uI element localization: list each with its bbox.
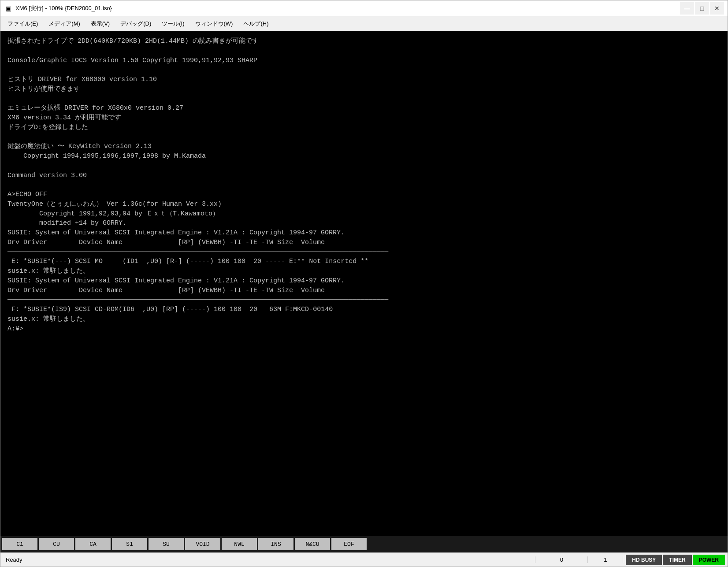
app-icon: ▣	[4, 4, 13, 13]
fn-eof-button[interactable]: EOF	[331, 538, 367, 550]
fn-ins-button[interactable]: INS	[258, 538, 293, 550]
menu-file[interactable]: ファイル(E)	[2, 18, 43, 30]
fn-su-button[interactable]: SU	[149, 538, 184, 550]
window-title: XM6 [実行] - 100% {DEN2000_01.iso}	[15, 4, 680, 12]
status-indicators: HD BUSY TIMER POWER	[623, 555, 728, 565]
function-bar: C1 CU CA S1 SU VOID NWL INS N&CU EOF	[0, 536, 728, 552]
close-button[interactable]: ✕	[710, 2, 724, 15]
minimize-button[interactable]: —	[680, 2, 694, 15]
fn-nwl-button[interactable]: NWL	[222, 538, 257, 550]
hd-busy-indicator: HD BUSY	[626, 555, 662, 565]
menu-window[interactable]: ウィンドウ(W)	[190, 18, 238, 30]
menu-debug[interactable]: デバッグ(D)	[115, 18, 156, 30]
menu-view[interactable]: 表示(V)	[85, 18, 115, 30]
menu-tools[interactable]: ツール(I)	[156, 18, 189, 30]
fn-c1-button[interactable]: C1	[2, 538, 37, 550]
fn-void-button[interactable]: VOID	[185, 538, 220, 550]
status-bar: Ready 0 1 HD BUSY TIMER POWER	[0, 552, 728, 567]
terminal-output[interactable]: 拡張されたドライブで 2DD(640KB/720KB) 2HD(1.44MB) …	[0, 31, 728, 536]
title-bar: ▣ XM6 [実行] - 100% {DEN2000_01.iso} — □ ✕	[0, 0, 728, 16]
status-mid1: 0	[535, 556, 588, 563]
title-bar-buttons: — □ ✕	[680, 2, 724, 15]
menu-media[interactable]: メディア(M)	[43, 18, 85, 30]
fn-ncu-button[interactable]: N&CU	[295, 538, 330, 550]
timer-indicator: TIMER	[663, 555, 691, 565]
power-indicator: POWER	[693, 555, 725, 565]
fn-s1-button[interactable]: S1	[112, 538, 147, 550]
fn-ca-button[interactable]: CA	[75, 538, 111, 550]
menu-help[interactable]: ヘルプ(H)	[238, 18, 274, 30]
terminal-text: 拡張されたドライブで 2DD(640KB/720KB) 2HD(1.44MB) …	[7, 37, 721, 334]
menu-bar: ファイル(E) メディア(M) 表示(V) デバッグ(D) ツール(I) ウィン…	[0, 16, 728, 31]
status-mid2: 1	[588, 556, 623, 563]
status-ready: Ready	[0, 556, 535, 563]
fn-cu-button[interactable]: CU	[39, 538, 74, 550]
maximize-button[interactable]: □	[695, 2, 709, 15]
main-window: ▣ XM6 [実行] - 100% {DEN2000_01.iso} — □ ✕…	[0, 0, 728, 567]
